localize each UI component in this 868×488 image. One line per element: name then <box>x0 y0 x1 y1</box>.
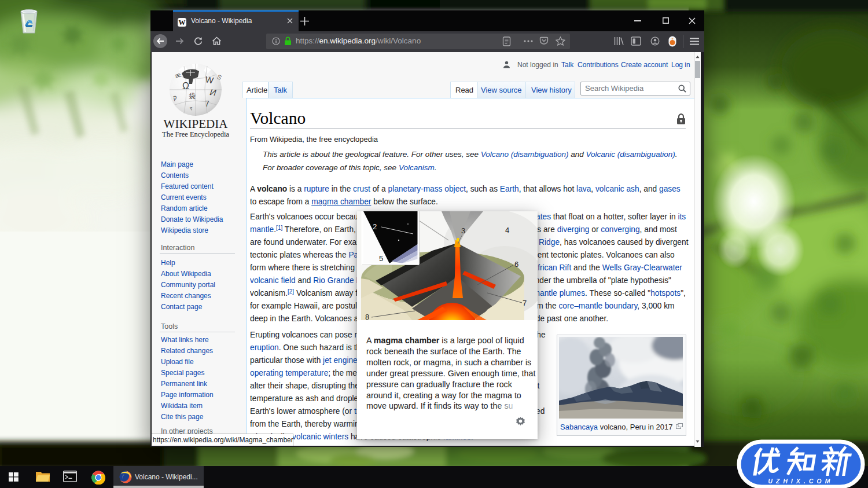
svg-text:7: 7 <box>205 99 209 108</box>
svg-text:袋: 袋 <box>189 92 196 100</box>
svg-text:7: 7 <box>523 299 527 307</box>
svg-text:8: 8 <box>365 313 369 320</box>
svg-text:Ω: Ω <box>182 81 189 91</box>
svg-text:3: 3 <box>461 226 465 235</box>
svg-text:2: 2 <box>373 222 377 231</box>
svg-text:4: 4 <box>505 226 509 234</box>
svg-text:UZHIX.COM: UZHIX.COM <box>768 478 834 485</box>
svg-text:6: 6 <box>514 260 518 269</box>
svg-text:5: 5 <box>379 254 383 263</box>
